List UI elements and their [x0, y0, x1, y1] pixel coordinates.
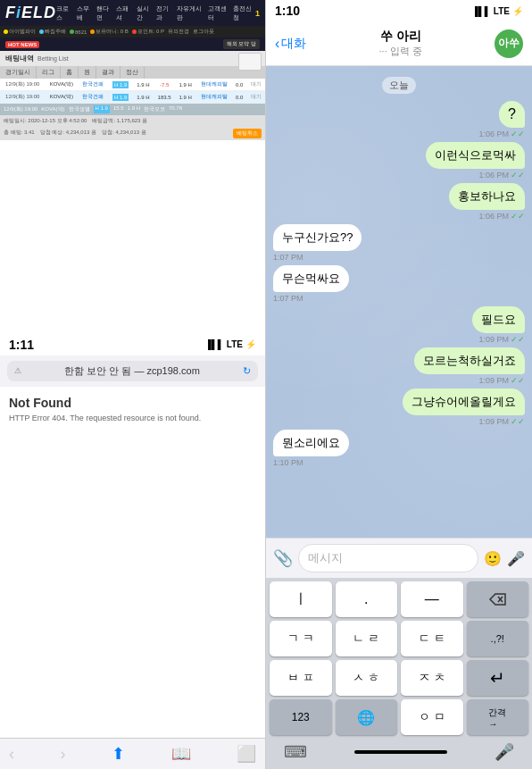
tab-result[interactable]: 결과 — [96, 66, 121, 79]
msg-time: 1:06 PM ✓✓ — [478, 171, 525, 180]
key-gk[interactable]: ㄱ ㅋ — [270, 621, 332, 656]
key-dash[interactable]: — — [401, 581, 463, 617]
back-button[interactable]: ‹ — [9, 745, 14, 764]
contact-name: 쑤 아리 — [313, 29, 487, 45]
return-key[interactable]: ↵ — [467, 660, 529, 696]
hot-news-right: 해외 모약 당 — [223, 39, 260, 49]
betting-footer: 배팅일시: 2020-12-15 오후 4:52:00 배팅금액: 1,175,… — [0, 115, 265, 127]
back-nav[interactable]: ‹ 대화 — [275, 36, 306, 52]
safari-bottom-bar: ‹ › ⬆ 📖 ⬜ — [0, 738, 265, 769]
contact-status: ··· 입력 중 — [313, 45, 487, 58]
nav-item4[interactable]: 스패셔 — [116, 4, 132, 22]
tab-settlement[interactable]: 정산 — [121, 66, 145, 79]
forward-button[interactable]: › — [61, 745, 66, 764]
key-jc[interactable]: ㅈ ㅊ — [401, 660, 463, 696]
message-input-bar: 📎 메시지 🙂 🎤 — [266, 538, 532, 578]
hot-news-bar: HOT NEWS 해외 모약 당 — [0, 38, 265, 51]
nav-item6[interactable]: 전기과 — [156, 4, 172, 22]
key-sh[interactable]: ㅅ ㅎ — [336, 660, 398, 696]
check-icon: ✓✓ — [511, 335, 525, 344]
right-time: 1:10 — [275, 4, 300, 18]
top-item-6[interactable]: 유의전경 — [168, 28, 189, 36]
keyboard-row-3: ㅂ ㅍ ㅅ ㅎ ㅈ ㅊ ↵ — [270, 660, 528, 696]
key-punctuation[interactable]: .,?! — [467, 621, 529, 656]
keyboard-row-1: ㅣ . — — [270, 581, 528, 617]
nav-item7[interactable]: 자유게시판 — [177, 4, 204, 22]
right-status-icons: ▐▌▌ LTE ⚡ — [472, 6, 523, 16]
row1-score2: 1.9 H — [175, 79, 195, 91]
message-sent-4: 필드요 1:09 PM ✓✓ — [472, 306, 525, 344]
nav-item2[interactable]: 스무베 — [77, 4, 93, 22]
nav-item9[interactable]: 충전신청 — [233, 4, 255, 22]
tab-league[interactable]: 리그 — [37, 66, 61, 79]
message-received-3: 뭔소리에요 1:10 PM — [273, 430, 349, 467]
field-nav: 크로스 스무베 핸다면 스패셔 실시간 전기과 자유게시판 고객센터 충전신청 — [56, 4, 255, 22]
betting-subtitle: Betting List — [37, 55, 69, 62]
share-button[interactable]: ⬆ — [112, 744, 125, 764]
footer-amount: 배팅금액: 1,175,623 원 — [92, 117, 147, 125]
keyboard-row-2: ㄱ ㅋ ㄴ ㄹ ㄷ ㅌ .,?! — [270, 621, 528, 656]
betting-header: 배팅내역 Betting List — [0, 51, 265, 66]
key-dot[interactable]: . — [336, 581, 398, 617]
msg-time: 1:09 PM ✓✓ — [478, 335, 525, 344]
check-icon: ✓✓ — [511, 376, 525, 385]
msg-bubble: 뭔소리에요 — [273, 430, 349, 456]
key-dt[interactable]: ㄷ ㅌ — [401, 621, 463, 656]
key-vertical-bar[interactable]: ㅣ — [270, 581, 332, 617]
msg-time: 1:07 PM — [273, 253, 303, 262]
msg-bubble: 그냥슈어에올릴게요 — [403, 389, 525, 415]
key-bp[interactable]: ㅂ ㅍ — [270, 660, 332, 696]
message-sent-5: 모르는척하실거죠 1:09 PM ✓✓ — [414, 347, 525, 385]
attach-icon[interactable]: 📎 — [273, 548, 293, 568]
key-globe[interactable]: 🌐 — [336, 699, 398, 735]
url-text: 한함 보안 안 됨 — zcp198.com — [25, 364, 239, 378]
top-item-4: 보유머니: 0 B — [90, 28, 128, 36]
nav-item3[interactable]: 핸다면 — [96, 4, 112, 22]
msg-bubble: 필드요 — [472, 306, 525, 333]
row1-score-a: 1.9 H — [133, 79, 154, 91]
cancel-button[interactable]: 배팅취소 — [233, 129, 262, 138]
message-input-field[interactable]: 메시지 — [298, 544, 478, 573]
tab-home[interactable]: 홈 — [61, 66, 79, 79]
tab-date[interactable]: 경기일시 — [0, 66, 37, 79]
message-sent-6: 그냥슈어에올릴게요 1:09 PM ✓✓ — [403, 389, 525, 426]
emoji-icon[interactable]: 🙂 — [484, 550, 502, 567]
tabs-button[interactable]: ⬜ — [237, 744, 256, 764]
check-icon: ✓✓ — [511, 212, 525, 221]
not-found-title: Not Found — [9, 396, 256, 410]
nav-cross[interactable]: 크로스 — [56, 4, 72, 22]
row2-score-a: 1.9 H — [133, 91, 154, 104]
field-logo: FiELD — [5, 4, 56, 22]
key-123[interactable]: 123 — [270, 699, 332, 735]
field-header: FiELD 크로스 스무베 핸다면 스패셔 실시간 전기과 자유게시판 고객센터… — [0, 0, 265, 26]
msg-time: 1:10 PM — [273, 458, 303, 467]
check-icon: ✓✓ — [511, 130, 525, 138]
footer-expected: 당첨 예상: 4,234,013 원 — [40, 129, 96, 138]
keyboard-icon[interactable]: ⌨ — [284, 742, 307, 762]
key-om[interactable]: ㅇ ㅁ — [401, 699, 463, 735]
site-number: 1 — [255, 9, 260, 18]
hot-news-label: HOT NEWS — [5, 41, 39, 48]
extra-row: 12/9(화) 19:00 KOVA(박) 한국생별 H 1.9 15.5 1.… — [0, 104, 265, 115]
refresh-icon[interactable]: ↻ — [243, 365, 251, 377]
delete-key[interactable] — [467, 581, 529, 617]
avatar: 아쑤 — [495, 29, 523, 58]
mic-icon[interactable]: 🎤 — [507, 550, 525, 567]
nav-item5[interactable]: 실시간 — [137, 4, 153, 22]
back-label: 대화 — [281, 36, 306, 52]
bookmarks-button[interactable]: 📖 — [171, 744, 191, 764]
tab-away[interactable]: 원 — [79, 66, 96, 79]
row2-d1: 0.0 — [232, 91, 246, 104]
message-received-2: 무슨먹싸요 1:07 PM — [273, 265, 349, 303]
row1-result: -7.5 — [154, 79, 175, 91]
sys-mic-icon[interactable]: 🎤 — [495, 742, 514, 762]
top-item-logout[interactable]: 로그아웃 — [193, 28, 214, 36]
url-bar[interactable]: ⚠ 한함 보안 안 됨 — zcp198.com ↻ — [7, 361, 258, 381]
row2-score2: 1.9 H — [175, 91, 195, 104]
not-found-page: Not Found HTTP Error 404. The requested … — [0, 387, 265, 739]
date-divider: 오늘 — [382, 77, 416, 94]
row2-date: 12/9(화) 19:00 — [0, 91, 45, 104]
nav-item8[interactable]: 고객센터 — [208, 4, 230, 22]
key-space[interactable]: 간격→ — [467, 699, 529, 735]
key-nr[interactable]: ㄴ ㄹ — [336, 621, 398, 656]
